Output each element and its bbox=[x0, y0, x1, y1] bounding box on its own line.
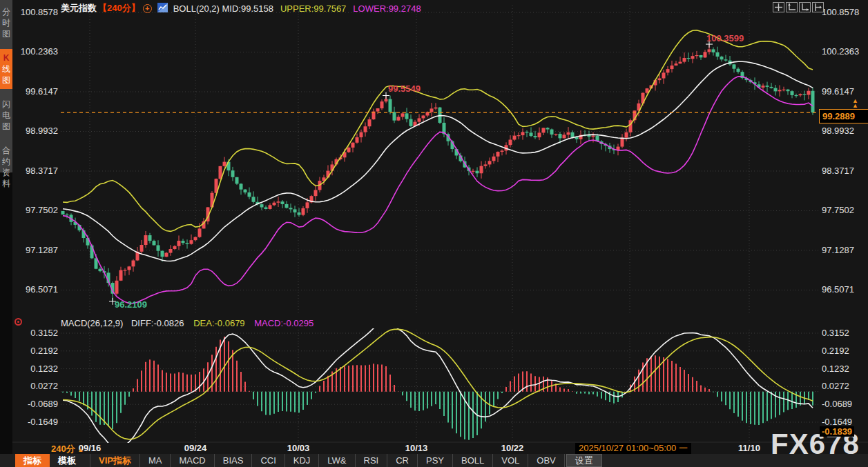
toolbar-item-MACD[interactable]: MACD bbox=[171, 454, 214, 467]
macd-diff-readout: DIFF:-0.0826 bbox=[131, 318, 184, 328]
y-axis-zoom-icon[interactable] bbox=[786, 2, 798, 12]
price-cross-marker bbox=[383, 92, 389, 99]
chart-window: 分时图 K线图 闪电图 合约资料 100.8578100.8578100.236… bbox=[0, 0, 868, 467]
boll-bands-layer bbox=[63, 30, 813, 304]
plot-tool-buttons bbox=[773, 2, 824, 12]
macd-params-label: MACD(26,12,9) bbox=[61, 318, 123, 328]
toolbar-item-VIP指标[interactable]: VIP指标 bbox=[90, 454, 140, 467]
toolbar-item-OBV[interactable]: OBV bbox=[528, 454, 564, 467]
symbol-title: 美元指数 bbox=[61, 2, 97, 14]
toolbar-item-LW&[interactable]: LW& bbox=[319, 454, 355, 467]
macd-layer bbox=[63, 319, 813, 450]
price-up-arrows-icon: ▲▲ bbox=[852, 99, 858, 108]
toolbar-item-VOL[interactable]: VOL bbox=[493, 454, 528, 467]
toolbar-item-PSY[interactable]: PSY bbox=[418, 454, 453, 467]
x-axis-zoom-icon[interactable] bbox=[799, 2, 811, 12]
pan-icon[interactable] bbox=[773, 2, 784, 12]
boll-upper-readout: UPPER:99.7567 bbox=[280, 3, 346, 14]
boll-mid-readout: BOLL(20,2) MID:99.5158 bbox=[173, 3, 273, 14]
toolbar-item-CCI[interactable]: CCI bbox=[252, 454, 284, 467]
toolbar-item-指标[interactable]: 指标 bbox=[15, 454, 50, 467]
macd-hist-readout: MACD:-0.0295 bbox=[254, 318, 314, 328]
kline-plot-surface[interactable] bbox=[0, 0, 868, 467]
price-cross-marker bbox=[706, 41, 713, 48]
toolbar-item-CR[interactable]: CR bbox=[387, 454, 418, 467]
candles-layer bbox=[61, 44, 815, 301]
macd-current-value-label: -0.1839 bbox=[820, 426, 854, 437]
price-cross-marker bbox=[109, 298, 116, 305]
circle-plus-icon[interactable]: + bbox=[143, 4, 152, 13]
toolbar-item-KDJ[interactable]: KDJ bbox=[285, 454, 320, 467]
toolbar-item-设置[interactable]: 设置 bbox=[566, 454, 602, 467]
chart-header: 美元指数 【240分】 + BOLL(20,2) MID:99.5158 UPP… bbox=[61, 2, 421, 14]
interval-tag[interactable]: 【240分】 bbox=[98, 2, 140, 14]
toolbar-item-BIAS[interactable]: BIAS bbox=[215, 454, 253, 467]
toolbar-item-MA[interactable]: MA bbox=[140, 454, 171, 467]
axis-shift-icon[interactable] bbox=[812, 2, 824, 12]
selected-candle-time-label: 2025/10/27 01:00~05:00 一 bbox=[575, 443, 691, 454]
chart-thumbnail-icon[interactable] bbox=[157, 3, 168, 14]
indicator-toolbar: 指标模板VIP指标MAMACDBIASCCIKDJLW&RSICRPSYBOLL… bbox=[0, 454, 868, 467]
interval-label: 240分 bbox=[51, 444, 75, 454]
toolbar-item-模板[interactable]: 模板 bbox=[50, 454, 84, 467]
toolbar-item-RSI[interactable]: RSI bbox=[356, 454, 388, 467]
current-price-box: 99.2889 bbox=[819, 109, 868, 123]
toolbar-item-BOLL[interactable]: BOLL bbox=[453, 454, 493, 467]
macd-header: MACD(26,12,9) DIFF:-0.0826 DEA:-0.0679 M… bbox=[61, 318, 314, 328]
boll-lower-readout: LOWER:99.2748 bbox=[353, 3, 421, 14]
macd-dea-readout: DEA:-0.0679 bbox=[193, 318, 244, 328]
chevron-up-icon: ▲ bbox=[77, 446, 84, 453]
